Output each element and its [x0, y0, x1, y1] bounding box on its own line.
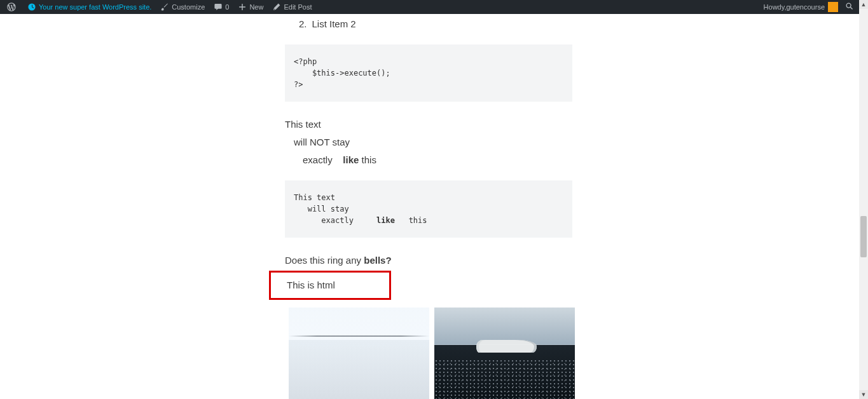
avatar [828, 2, 838, 12]
customize-label: Customize [172, 3, 205, 11]
code-line: ?> [294, 80, 303, 89]
edit-post-label: Edit Post [284, 3, 312, 11]
new-content-link[interactable]: New [233, 0, 268, 14]
p-line-3: exactly like this [303, 152, 859, 168]
gravel-texture [434, 359, 575, 399]
username: gutencourse [786, 3, 825, 11]
account-link[interactable]: Howdy, gutencourse [759, 0, 843, 14]
code-block-preformat: This text will stay exactly like this [285, 180, 572, 238]
html-block-text: This is html [287, 278, 385, 293]
gallery-image-plane-wreck[interactable] [434, 308, 575, 399]
code-line: this [395, 216, 427, 225]
paragraph-wrapping-demo: This text will NOT stay exactly like thi… [285, 117, 859, 168]
p-line-3a: exactly [303, 154, 333, 165]
ordered-list-item: 2. List Item 2 [285, 17, 859, 32]
p-line-2: will NOT stay [294, 135, 859, 150]
code-line: exactly [294, 216, 376, 225]
edit-post-link[interactable]: Edit Post [268, 0, 316, 14]
gallery-image-icy-road[interactable] [289, 308, 429, 399]
p-line-3c: this [359, 154, 376, 165]
new-label: New [249, 3, 263, 11]
code-line: $this->execute(); [294, 69, 390, 78]
image-gallery [289, 308, 578, 399]
admin-bar-left: Your new super fast WordPress site. Cust… [3, 0, 759, 14]
comment-icon [214, 3, 223, 11]
site-name-link[interactable]: Your new super fast WordPress site. [23, 0, 156, 14]
customize-link[interactable]: Customize [156, 0, 209, 14]
search-button[interactable] [843, 0, 857, 14]
paintbrush-icon [160, 3, 169, 11]
comments-count: 0 [225, 3, 229, 11]
does-ring-paragraph: Does this ring any bells? [285, 253, 859, 268]
scroll-down-arrow-icon[interactable]: ▼ [859, 390, 868, 399]
p-line-3b-bold: like [343, 154, 359, 165]
scrollbar-thumb[interactable] [860, 216, 867, 257]
code-block-php: <?php $this->execute(); ?> [285, 44, 572, 102]
code-line: <?php [294, 57, 317, 66]
search-icon [845, 2, 854, 12]
pencil-icon [272, 3, 281, 11]
scroll-up-arrow-icon[interactable]: ▲ [859, 0, 868, 9]
html-block-highlighted: This is html [269, 271, 391, 300]
code-line-bold: like [376, 216, 395, 225]
post-content: 2. List Item 2 <?php $this->execute(); ?… [0, 14, 859, 399]
code-line: will stay [294, 205, 349, 213]
dashboard-icon [27, 3, 36, 11]
ring-text-b-bold: bells? [364, 255, 391, 266]
wp-admin-bar: Your new super fast WordPress site. Cust… [0, 0, 859, 14]
p-line-1: This text [285, 117, 859, 132]
list-item-label: List Item 2 [312, 17, 356, 32]
comments-link[interactable]: 0 [209, 0, 233, 14]
wp-logo-menu[interactable] [3, 0, 23, 14]
howdy-prefix: Howdy, [764, 3, 787, 11]
plus-icon [238, 3, 247, 11]
list-item-number: 2. [299, 17, 307, 32]
wordpress-logo-icon [7, 3, 16, 11]
admin-bar-right: Howdy, gutencourse [759, 0, 857, 14]
site-name-text: Your new super fast WordPress site. [39, 3, 151, 11]
ring-text-a: Does this ring any [285, 255, 364, 266]
code-line: This text [294, 193, 335, 202]
entry-content: 2. List Item 2 <?php $this->execute(); ?… [285, 17, 859, 399]
page-scrollbar[interactable]: ▲ ▼ [859, 0, 868, 399]
